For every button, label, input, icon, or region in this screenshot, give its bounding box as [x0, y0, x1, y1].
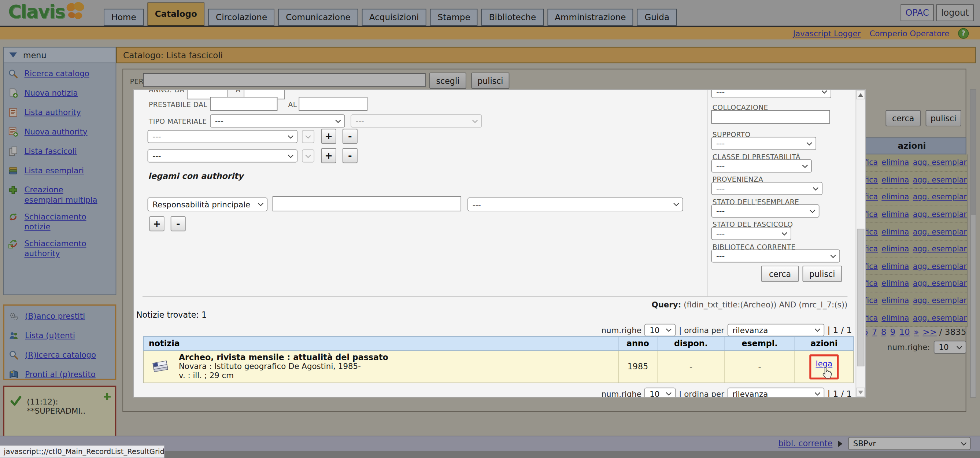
pager-ordina-label: | ordina per [679, 325, 724, 335]
results-pager-bottom: num.righe 10 | ordina per rilevanza | 1 … [565, 388, 852, 398]
record-anno: 1985 [619, 351, 658, 383]
column-header-anno: anno [619, 337, 658, 350]
authority-value-select[interactable]: --- [468, 197, 683, 212]
tipo-materiale-sub-select: --- [351, 114, 482, 127]
query-text: (fldin_txt_title:(Archeo)) AND (mrc_l_7:… [684, 300, 847, 310]
search-modal: ANNO: DA A PRESTABILE DAL AL TIPO MATERI… [133, 89, 865, 398]
scroll-up-button[interactable] [856, 90, 865, 100]
stato-fascicolo-select[interactable]: --- [711, 227, 791, 240]
anno-a-label: A [235, 89, 240, 95]
pager-numrighe-select[interactable]: 10 [644, 324, 676, 336]
authority-input[interactable] [272, 196, 461, 212]
pulisci-button[interactable]: pulisci [802, 266, 842, 282]
legami-remove-button[interactable]: - [171, 216, 186, 231]
supporto-select[interactable]: --- [711, 137, 816, 150]
clavis-window: Clavis HomeCatalogoCircolazioneComunicaz… [0, 0, 980, 458]
pager-pageinfo: | 1 / 1 [827, 325, 852, 335]
hand-cursor-icon [822, 366, 832, 379]
right-top-select[interactable]: --- [711, 89, 831, 98]
record-esempl: - [725, 351, 795, 383]
cerca-button[interactable]: cerca [761, 266, 799, 282]
results-table: notiziaannodispon.esempl.azioni Archeo, … [143, 336, 854, 383]
filter2-sub-select [302, 149, 314, 163]
filter2-remove-button[interactable]: - [342, 148, 358, 163]
al-label: AL [288, 101, 297, 109]
results-count: Notizie trovate: 1 [136, 310, 207, 320]
anno-label: ANNO: DA [149, 89, 184, 95]
column-header-esempl: esempl. [725, 337, 795, 350]
column-header-notizia: notizia [143, 337, 619, 350]
column-header-dispon: dispon. [658, 337, 725, 350]
classe-select[interactable]: --- [711, 159, 812, 173]
filter1-select[interactable]: --- [148, 130, 298, 143]
legami-heading: legami con authority [148, 171, 243, 181]
journal-icon [151, 359, 170, 374]
pager-pageinfo: | 1 / 1 [827, 389, 852, 398]
record-dispon: - [658, 351, 725, 383]
collocazione-input[interactable] [711, 110, 830, 124]
scroll-thumb[interactable] [857, 229, 864, 366]
pager-numrighe-label: num.righe [601, 389, 641, 398]
prestabile-dal-input[interactable] [210, 97, 277, 111]
query-label: Query: [652, 300, 681, 310]
status-bar: javascript:;//ctl0_Main_RecordList_Resul… [0, 445, 164, 458]
record-physical: v. : ill. ; 29 cm [179, 372, 388, 381]
query-line: Query: (fldin_txt_title:(Archeo)) AND (m… [509, 300, 848, 310]
result-row: Archeo, rivista mensile : attualità del … [143, 351, 854, 383]
filter1-sub-select [302, 130, 314, 143]
pager-numrighe-select[interactable]: 10 [644, 388, 676, 398]
responsabilita-select[interactable]: Responsabilità principale [148, 197, 268, 212]
results-pager-top: num.righe 10 | ordina per rilevanza | 1 … [565, 324, 852, 336]
prestabile-al-input[interactable] [299, 97, 368, 111]
form-divider-vertical [707, 90, 708, 296]
biblioteca-corrente-select[interactable]: --- [711, 250, 840, 263]
legami-add-button[interactable]: + [150, 216, 164, 231]
modal-scrollbar[interactable] [856, 90, 865, 397]
pager-ordina-select[interactable]: rilevanza [727, 388, 824, 398]
pager-ordina-select[interactable]: rilevanza [727, 324, 824, 336]
column-header-azioni: azioni [795, 337, 853, 350]
filter2-select[interactable]: --- [148, 149, 298, 163]
filter1-add-button[interactable]: + [321, 129, 336, 144]
lega-highlight-box: lega [809, 354, 838, 379]
filter1-remove-button[interactable]: - [342, 129, 358, 144]
record-title: Archeo, rivista mensile : attualità del … [179, 353, 388, 362]
results-header-row: notiziaannodispon.esempl.azioni [143, 336, 854, 351]
pager-numrighe-label: num.righe [601, 325, 641, 335]
prestabile-label: PRESTABILE DAL [149, 101, 207, 109]
filter2-add-button[interactable]: + [321, 148, 336, 163]
scroll-down-button[interactable] [856, 388, 865, 397]
provenienza-select[interactable]: --- [711, 182, 822, 195]
stato-esemplare-select[interactable]: --- [711, 204, 819, 218]
pager-ordina-label: | ordina per [679, 389, 724, 398]
form-divider-horizontal [143, 296, 847, 297]
tipo-materiale-label: TIPO MATERIALE [149, 118, 207, 126]
record-imprint: Novara : Istituto geografico De Agostini… [179, 362, 388, 371]
tipo-materiale-select[interactable]: --- [210, 114, 345, 127]
